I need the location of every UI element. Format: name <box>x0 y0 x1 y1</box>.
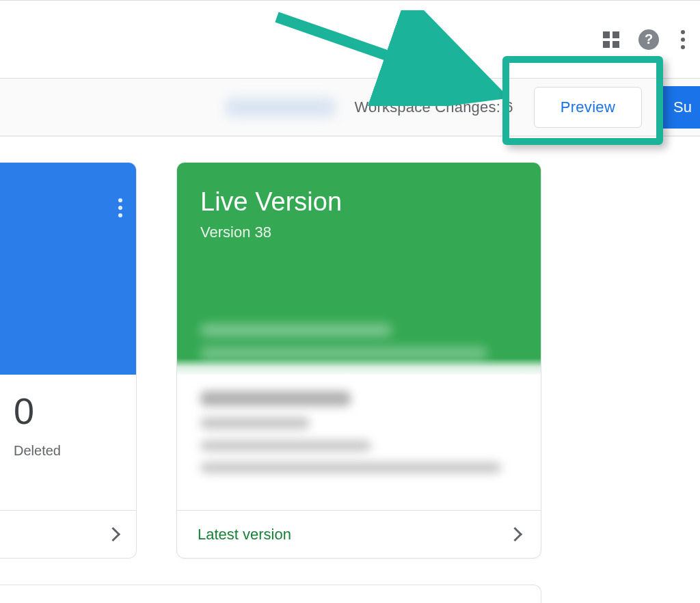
published-info-blurred <box>200 324 392 336</box>
apps-icon[interactable] <box>603 31 619 48</box>
live-version-card: Live Version Version 38 Latest version <box>176 162 541 559</box>
card-more-vertical-icon[interactable] <box>118 198 122 217</box>
next-card-peek <box>0 585 541 603</box>
live-version-subtitle: Version 38 <box>200 224 517 241</box>
latest-version-link[interactable]: Latest version <box>177 510 541 558</box>
modified-info-blurred <box>200 440 371 451</box>
deleted-label: Deleted <box>14 443 122 459</box>
workspace-changes-label: Workspace Changes: 6 <box>354 98 513 116</box>
live-version-header: Live Version Version 38 <box>177 163 541 375</box>
chevron-right-icon <box>508 527 522 541</box>
latest-version-heading-blurred <box>200 391 351 406</box>
preview-button[interactable]: Preview <box>534 87 642 128</box>
deleted-count: 0 <box>14 392 122 429</box>
more-vertical-icon[interactable] <box>678 27 688 52</box>
latest-version-label: Latest version <box>198 526 291 544</box>
container-id-blurred <box>226 98 335 117</box>
chevron-right-icon <box>106 527 120 541</box>
workspace-bar: Workspace Changes: 6 Preview Su <box>0 79 700 137</box>
workspace-metrics-card: 0 Deleted <box>0 162 137 559</box>
live-version-body <box>177 375 541 500</box>
help-icon[interactable]: ? <box>638 29 659 50</box>
latest-version-number-blurred <box>200 417 310 429</box>
workspace-card-footer[interactable] <box>0 510 136 558</box>
workspace-card-header <box>0 163 136 375</box>
top-toolbar: ? <box>0 0 700 79</box>
live-version-title: Live Version <box>200 187 517 217</box>
submit-button[interactable]: Su <box>657 86 700 129</box>
modifier-email-blurred <box>200 462 501 473</box>
